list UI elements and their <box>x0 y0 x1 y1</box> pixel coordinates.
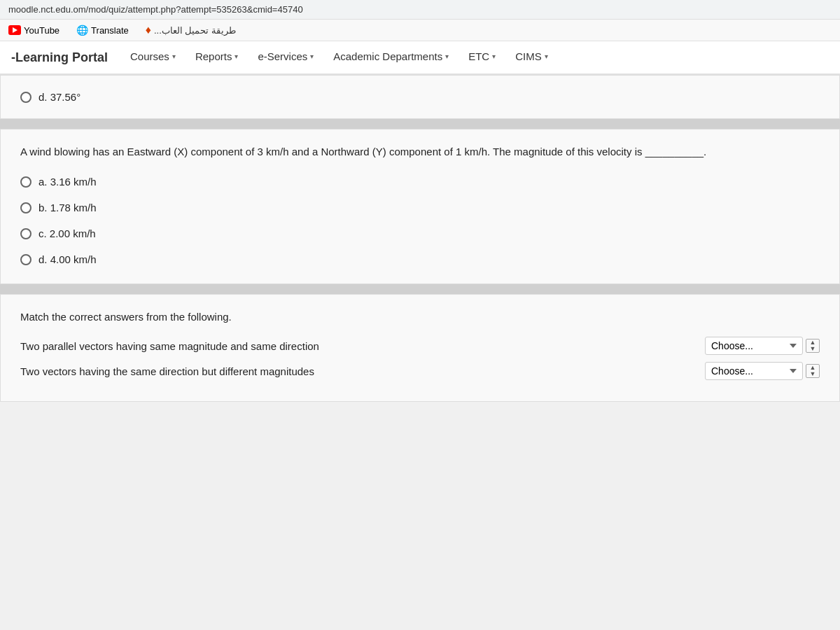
match-row-1: Two parallel vectors having same magnitu… <box>20 337 820 355</box>
option-row-a: a. 3.16 km/h <box>20 176 820 188</box>
top-nav: -Learning Portal Courses ▾ Reports ▾ e-S… <box>0 41 840 75</box>
stepper-1[interactable]: ▲ ▼ <box>806 339 820 353</box>
radio-c[interactable] <box>20 228 31 239</box>
stepper-2[interactable]: ▲ ▼ <box>806 364 820 378</box>
radio-b[interactable] <box>20 202 31 214</box>
match-select-1[interactable]: Choose... <box>705 337 803 355</box>
nav-etc-label: ETC <box>468 50 489 62</box>
option-row-b: b. 1.78 km/h <box>20 202 820 214</box>
arabic-label: طريقة تحميل العاب... <box>154 25 236 36</box>
option-row-d: d. 4.00 km/h <box>20 253 820 265</box>
translate-label: Translate <box>91 25 129 36</box>
block-separator-2 <box>0 284 840 294</box>
nav-cims-label: CIMS <box>515 50 542 62</box>
option-a-label: a. 3.16 km/h <box>38 176 97 188</box>
question3-block: Match the correct answers from the follo… <box>0 294 840 402</box>
nav-reports-label: Reports <box>195 50 232 62</box>
bookmarks-bar: YouTube 🌐 Translate ♦ طريقة تحميل العاب.… <box>0 20 840 41</box>
nav-brand: -Learning Portal <box>11 50 108 65</box>
radio-d[interactable] <box>20 254 31 265</box>
nav-etc[interactable]: ETC ▾ <box>460 41 504 74</box>
question2-block: A wind blowing has an Eastward (X) compo… <box>0 129 840 284</box>
content-area: d. 37.56° A wind blowing has an Eastward… <box>0 75 840 402</box>
chevron-down-icon: ▾ <box>172 52 176 60</box>
question3-intro: Match the correct answers from the follo… <box>20 309 820 326</box>
option-b-label: b. 1.78 km/h <box>38 202 97 214</box>
select-wrapper-2: Choose... ▲ ▼ <box>705 362 820 380</box>
nav-cims[interactable]: CIMS ▾ <box>507 41 556 74</box>
nav-academic[interactable]: Academic Departments ▾ <box>325 41 457 74</box>
option-row-partial-d: d. 37.56° <box>20 91 820 103</box>
nav-reports[interactable]: Reports ▾ <box>187 41 247 74</box>
youtube-label: YouTube <box>24 25 59 36</box>
select-wrapper-1: Choose... ▲ ▼ <box>705 337 820 355</box>
chevron-down-icon: ▾ <box>492 52 496 60</box>
match-row-2: Two vectors having the same direction bu… <box>20 362 820 380</box>
question2-text: A wind blowing has an Eastward (X) compo… <box>20 144 820 160</box>
nav-academic-label: Academic Departments <box>333 50 442 62</box>
nav-menu: Courses ▾ Reports ▾ e-Services ▾ Academi… <box>122 41 556 74</box>
option-d-label: d. 4.00 km/h <box>38 253 97 265</box>
option-c-label: c. 2.00 km/h <box>38 227 96 239</box>
match-row-2-text: Two vectors having the same direction bu… <box>20 365 705 377</box>
option-row-c: c. 2.00 km/h <box>20 227 820 239</box>
question2-options: a. 3.16 km/h b. 1.78 km/h c. 2.00 km/h d… <box>20 172 820 270</box>
address-bar: moodle.nct.edu.om/mod/quiz/attempt.php?a… <box>0 0 840 20</box>
nav-eservices[interactable]: e-Services ▾ <box>249 41 322 74</box>
chevron-down-icon: ▾ <box>445 52 449 60</box>
translate-bookmark[interactable]: 🌐 Translate <box>74 23 132 37</box>
partial-question-block: d. 37.56° <box>0 75 840 119</box>
chevron-down-icon: ▾ <box>310 52 314 60</box>
diamond-icon: ♦ <box>146 24 151 36</box>
chevron-down-icon: ▾ <box>545 52 548 60</box>
url-text: moodle.nct.edu.om/mod/quiz/attempt.php?a… <box>8 4 303 15</box>
option-d-partial-label: d. 37.56° <box>38 91 80 103</box>
chevron-down-icon: ▾ <box>234 52 238 60</box>
match-row-1-text: Two parallel vectors having same magnitu… <box>20 340 705 352</box>
block-separator-1 <box>0 119 840 129</box>
youtube-icon <box>8 25 21 35</box>
match-select-2[interactable]: Choose... <box>705 362 803 380</box>
radio-d-partial[interactable] <box>20 92 31 103</box>
arabic-bookmark[interactable]: ♦ طريقة تحميل العاب... <box>143 22 239 38</box>
nav-courses-label: Courses <box>130 50 169 62</box>
nav-courses[interactable]: Courses ▾ <box>122 41 184 74</box>
youtube-bookmark[interactable]: YouTube <box>6 24 62 37</box>
translate-icon: 🌐 <box>76 24 88 36</box>
nav-eservices-label: e-Services <box>258 50 307 62</box>
radio-a[interactable] <box>20 176 31 188</box>
